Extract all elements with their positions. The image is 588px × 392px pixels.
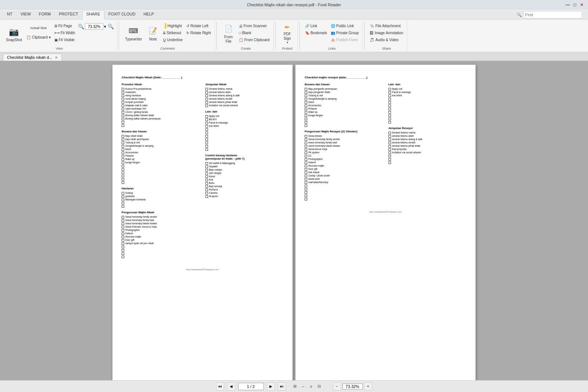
checkbox[interactable] — [205, 192, 208, 195]
tab-form[interactable]: FORM — [35, 10, 55, 19]
checkbox[interactable] — [122, 242, 124, 245]
checkbox[interactable] — [388, 142, 391, 144]
highlight-button[interactable]: ▐ Highlight — [162, 22, 184, 29]
snapshot-button[interactable]: 📷 SnapShot — [4, 22, 24, 46]
fit-width-status-button[interactable]: ↔ — [300, 383, 306, 390]
checkbox[interactable] — [122, 98, 124, 100]
audio-video-button[interactable]: 🎵 Audio & Video — [368, 36, 405, 43]
facing-view-button[interactable]: ⊟ — [316, 383, 323, 390]
checkbox[interactable] — [388, 111, 391, 114]
checkbox[interactable] — [205, 98, 208, 100]
checkbox[interactable] — [305, 168, 307, 171]
checkbox[interactable] — [305, 142, 307, 144]
checkbox[interactable] — [305, 185, 307, 187]
checkbox[interactable] — [122, 171, 124, 174]
checkbox[interactable] — [122, 181, 124, 184]
note-button[interactable]: 📝 Note — [145, 22, 161, 45]
checkbox[interactable] — [122, 249, 124, 252]
checkbox[interactable] — [122, 121, 124, 124]
checkbox[interactable] — [205, 122, 208, 124]
checkbox[interactable] — [205, 138, 208, 141]
checkbox[interactable] — [122, 114, 124, 117]
checkbox[interactable] — [305, 95, 307, 97]
first-page-button[interactable]: ⏮ — [216, 382, 224, 391]
checkbox[interactable] — [122, 246, 124, 248]
checkbox[interactable] — [305, 195, 307, 197]
bookmark-button[interactable]: 🔖 Bookmark — [304, 29, 329, 36]
next-page-button[interactable]: ▶ — [267, 382, 275, 391]
checkbox[interactable] — [205, 165, 208, 168]
checkbox[interactable] — [205, 118, 208, 121]
blank-button[interactable]: □ Blank — [237, 29, 271, 36]
close-btn[interactable]: ✕ — [578, 2, 585, 7]
checkbox[interactable] — [305, 148, 307, 151]
checkbox[interactable] — [122, 161, 124, 164]
checkbox[interactable] — [305, 138, 307, 141]
clipboard-button[interactable]: 📋 Clipboard▾ — [25, 34, 52, 40]
zoom-input[interactable] — [85, 23, 103, 30]
fit-page-button[interactable]: ⊞ Fit Page — [53, 22, 76, 29]
checkbox[interactable] — [305, 161, 307, 164]
checkbox[interactable] — [205, 148, 208, 151]
tab-close-button[interactable]: ✕ — [55, 56, 58, 60]
checkbox[interactable] — [388, 118, 391, 120]
tab-share[interactable]: SHARE — [82, 10, 104, 19]
checkbox[interactable] — [388, 98, 391, 100]
checkbox[interactable] — [388, 88, 391, 90]
strikeout-button[interactable]: S̶ Strikeout — [162, 29, 184, 36]
checkbox[interactable] — [305, 88, 307, 90]
checkbox[interactable] — [122, 229, 124, 232]
checkbox[interactable] — [122, 165, 124, 167]
checkbox[interactable] — [205, 125, 208, 128]
checkbox[interactable] — [122, 175, 124, 177]
checkbox[interactable] — [122, 104, 124, 107]
checkbox[interactable] — [388, 101, 391, 104]
rotate-left-button[interactable]: ↺ Rotate Left — [185, 22, 212, 29]
zoom-in-status-button[interactable]: + — [364, 382, 372, 391]
checkbox[interactable] — [122, 219, 124, 222]
checkbox[interactable] — [205, 189, 208, 191]
checkbox[interactable] — [305, 171, 307, 174]
checkbox[interactable] — [205, 104, 208, 107]
checkbox[interactable] — [205, 135, 208, 138]
zoom-out-status-button[interactable]: − — [333, 382, 341, 391]
typewriter-button[interactable]: ⌨ Typewriter — [123, 22, 144, 45]
checkbox[interactable] — [122, 205, 124, 208]
checkbox[interactable] — [122, 199, 124, 201]
doc-tab[interactable]: Checklist Majlis nikah d... ✕ — [3, 54, 62, 61]
continuous-view-button[interactable]: ≡ — [308, 383, 315, 390]
checkbox[interactable] — [388, 138, 391, 141]
publish-form-button[interactable]: 📤 Publish Form — [329, 36, 361, 43]
checkbox[interactable] — [122, 101, 124, 104]
checkbox[interactable] — [122, 236, 124, 238]
checkbox[interactable] — [305, 145, 307, 147]
checkbox[interactable] — [388, 104, 391, 107]
checkbox[interactable] — [122, 168, 124, 171]
checkbox[interactable] — [122, 158, 124, 161]
public-link-button[interactable]: 🌐 Public Link — [329, 22, 361, 29]
checkbox[interactable] — [388, 132, 391, 134]
tab-foxit-cloud[interactable]: FOXIT CLOUD — [104, 10, 140, 19]
checkbox[interactable] — [388, 108, 391, 110]
checkbox[interactable] — [305, 165, 307, 167]
checkbox[interactable] — [388, 158, 391, 161]
checkbox[interactable] — [122, 135, 124, 138]
checkbox[interactable] — [205, 95, 208, 97]
image-annotation-button[interactable]: 🖼 Image Annotation — [368, 29, 405, 36]
tab-view[interactable]: VIEW — [17, 10, 35, 19]
checkbox[interactable] — [305, 98, 307, 100]
checkbox[interactable] — [388, 91, 391, 94]
tab-protect[interactable]: PROTECT — [55, 10, 82, 19]
checkbox[interactable] — [305, 158, 307, 161]
checkbox[interactable] — [305, 178, 307, 181]
file-attachment-button[interactable]: 📎 File Attachment — [368, 22, 405, 29]
checkbox[interactable] — [205, 88, 208, 90]
checkbox[interactable] — [205, 162, 208, 165]
fit-visible-button[interactable]: ▣ Fit Visible — [53, 36, 76, 43]
checkbox[interactable] — [122, 124, 124, 127]
checkbox[interactable] — [305, 198, 307, 200]
checkbox[interactable] — [122, 108, 124, 110]
pdf-sign-button[interactable]: ✒ PDF Sign ▾ — [279, 22, 295, 45]
checkbox[interactable] — [122, 118, 124, 120]
checkbox[interactable] — [122, 239, 124, 242]
